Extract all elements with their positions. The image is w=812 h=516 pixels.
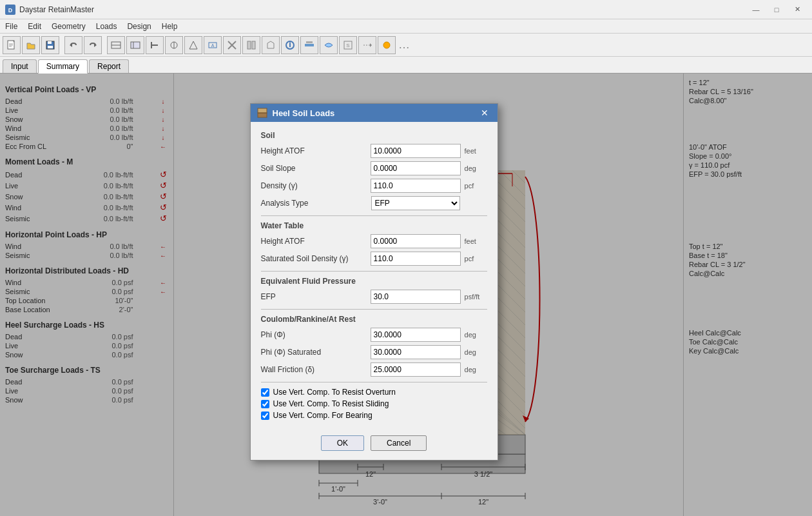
field-label-saturated-density: Saturated Soil Density (γ): [261, 254, 371, 263]
svg-rect-110: [258, 113, 267, 117]
menu-loads[interactable]: Loads: [91, 21, 122, 32]
field-unit-phi: deg: [465, 331, 487, 339]
toolbar-redo[interactable]: [84, 36, 102, 54]
field-label-height-atof: Height ATOF: [261, 146, 371, 155]
checkbox-sliding[interactable]: [261, 400, 269, 408]
toolbar-t11[interactable]: [300, 36, 318, 54]
dialog-body: Soil Height ATOF feet Soil Slope deg Den…: [251, 122, 498, 429]
dialog-section-soil-label: Soil: [261, 131, 487, 140]
svg-text:S: S: [346, 43, 349, 48]
svg-rect-7: [48, 41, 52, 44]
svg-rect-30: [306, 41, 313, 43]
svg-rect-8: [48, 46, 53, 48]
menu-bar: File Edit Geometry Loads Design Help: [0, 19, 812, 34]
toolbar-t5[interactable]: [184, 36, 202, 54]
field-water-height[interactable]: [371, 234, 461, 248]
toolbar-t2[interactable]: [126, 36, 144, 54]
toolbar-t6[interactable]: A: [204, 36, 222, 54]
menu-file[interactable]: File: [0, 21, 23, 32]
field-efp[interactable]: [371, 290, 461, 304]
minimize-button[interactable]: —: [746, 3, 766, 16]
field-unit-efp: psf/ft: [465, 293, 487, 301]
toolbar-t13[interactable]: S: [339, 36, 357, 54]
checkbox-row-sliding: Use Vert. Comp. To Resist Sliding: [261, 399, 487, 408]
toolbar-open[interactable]: [22, 36, 40, 54]
dialog-footer: OK Cancel: [251, 429, 498, 460]
svg-text:D: D: [8, 7, 13, 14]
dialog-icon: [257, 108, 267, 118]
field-wall-friction[interactable]: [371, 362, 461, 377]
checkbox-bearing[interactable]: [261, 412, 269, 420]
divider-3: [261, 309, 487, 310]
field-analysis-type[interactable]: EFP Coulomb Rankine At Rest: [371, 196, 460, 210]
toolbar-t10[interactable]: [281, 36, 299, 54]
toolbar-t3[interactable]: [146, 36, 164, 54]
field-height-atof[interactable]: [371, 144, 461, 158]
form-row-saturated-density: Saturated Soil Density (γ) pcf: [261, 252, 487, 266]
field-unit-saturated-density: pcf: [465, 255, 487, 263]
tab-report[interactable]: Report: [89, 59, 129, 73]
ok-button[interactable]: OK: [321, 435, 364, 451]
divider-4: [261, 382, 487, 382]
field-label-water-height: Height ATOF: [261, 237, 371, 246]
toolbar-t1[interactable]: [107, 36, 125, 54]
form-row-height-atof: Height ATOF feet: [261, 144, 487, 158]
checkbox-label-sliding: Use Vert. Comp. To Resist Sliding: [273, 399, 389, 408]
field-phi-sat[interactable]: [371, 345, 461, 359]
field-unit-height-atof: feet: [465, 147, 487, 155]
form-row-soil-slope: Soil Slope deg: [261, 161, 487, 175]
field-label-efp: EFP: [261, 292, 371, 301]
toolbar-t12[interactable]: [320, 36, 338, 54]
svg-rect-24: [247, 41, 251, 49]
form-row-density: Density (γ) pcf: [261, 179, 487, 193]
svg-rect-25: [252, 41, 255, 49]
form-row-phi-sat: Phi (Φ) Saturated deg: [261, 345, 487, 359]
svg-text:A: A: [211, 43, 215, 48]
svg-rect-13: [131, 42, 140, 48]
field-saturated-density[interactable]: [371, 252, 461, 266]
form-row-water-height: Height ATOF feet: [261, 234, 487, 248]
field-unit-phi-sat: deg: [465, 348, 487, 356]
field-unit-soil-slope: deg: [465, 164, 487, 172]
app-icon: D: [5, 5, 15, 15]
menu-design[interactable]: Design: [122, 21, 156, 32]
menu-help[interactable]: Help: [157, 21, 183, 32]
checkbox-overturn[interactable]: [261, 388, 269, 397]
toolbar-new[interactable]: [3, 36, 21, 54]
close-button[interactable]: ✕: [788, 3, 807, 16]
menu-geometry[interactable]: Geometry: [46, 21, 91, 32]
checkbox-label-overturn: Use Vert. Comp. To Resist Overturn: [273, 388, 396, 397]
heel-soil-loads-dialog: Heel Soil Loads ✕ Soil Height ATOF feet …: [250, 103, 498, 461]
svg-rect-29: [305, 44, 314, 46]
svg-point-35: [383, 42, 390, 48]
toolbar-undo[interactable]: [64, 36, 82, 54]
dialog-close-button[interactable]: ✕: [478, 108, 491, 118]
toolbar-t8[interactable]: [242, 36, 260, 54]
app-title: Daystar RetainMaster: [19, 5, 746, 14]
toolbar-t14[interactable]: [358, 36, 376, 54]
field-label-phi: Phi (Φ): [261, 330, 371, 339]
maximize-button[interactable]: □: [767, 3, 786, 16]
dialog-section-efp-label: Equivalent Fluid Pressure: [261, 277, 487, 286]
svg-rect-111: [258, 108, 267, 113]
field-unit-water-height: feet: [465, 237, 487, 245]
tab-summary[interactable]: Summary: [38, 59, 88, 74]
field-soil-slope[interactable]: [371, 161, 461, 175]
menu-edit[interactable]: Edit: [23, 21, 46, 32]
toolbar-t4[interactable]: [165, 36, 183, 54]
toolbar-more: …: [398, 38, 410, 52]
svg-point-28: [289, 42, 291, 43]
toolbar-save[interactable]: [41, 36, 59, 54]
dialog-section-water-label: Water Table: [261, 221, 487, 230]
title-bar: D Daystar RetainMaster — □ ✕: [0, 0, 812, 19]
field-unit-wall-friction: deg: [465, 366, 487, 373]
tab-input[interactable]: Input: [3, 59, 37, 73]
toolbar-t7[interactable]: [223, 36, 241, 54]
toolbar-t15[interactable]: [378, 36, 396, 54]
checkbox-row-bearing: Use Vert. Comp. For Bearing: [261, 411, 487, 420]
field-density[interactable]: [371, 179, 461, 193]
field-phi[interactable]: [371, 328, 461, 342]
cancel-button[interactable]: Cancel: [371, 435, 427, 451]
toolbar-t9[interactable]: [262, 36, 280, 54]
field-label-density: Density (γ): [261, 181, 371, 190]
